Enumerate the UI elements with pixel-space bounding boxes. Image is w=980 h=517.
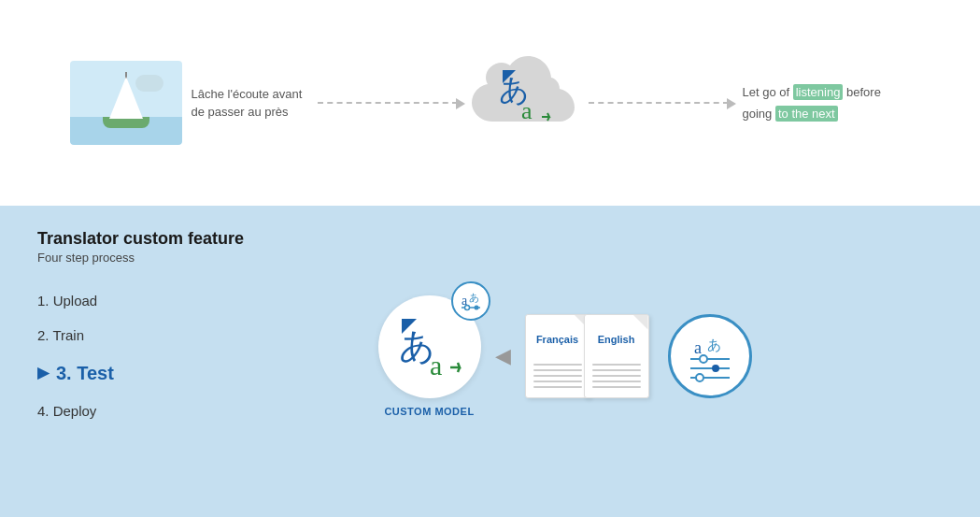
bottom-content: 1. Upload 2. Train 3. Test 4. Deploy a あ — [37, 283, 943, 428]
svg-point-8 — [474, 305, 478, 309]
large-settings-circle: a あ — [668, 314, 752, 398]
docs-group: Français English — [525, 314, 649, 398]
custom-model-wrap: a あ あ a — [378, 295, 481, 417]
svg-point-7 — [464, 305, 469, 309]
top-section: Lâche l'écoute avant de passer au près あ… — [0, 0, 980, 206]
small-settings-circle: a あ — [451, 281, 490, 321]
main-translate-svg: あ a — [394, 311, 464, 381]
small-settings-svg: a あ — [458, 288, 484, 314]
doc-fold-2 — [633, 315, 648, 330]
target-text: Let go of listening before going to the … — [743, 81, 911, 125]
svg-text:a: a — [430, 350, 442, 381]
dotted-line-right — [589, 102, 729, 104]
cloud-translate: あ a — [462, 51, 584, 154]
step-upload: 1. Upload — [37, 283, 187, 318]
doc-english: English — [584, 314, 649, 398]
svg-text:a: a — [521, 97, 533, 123]
boat-illustration — [70, 61, 182, 145]
section-title: Translator custom feature — [37, 229, 943, 249]
dotted-line-left — [318, 102, 458, 104]
step-deploy: 4. Deploy — [37, 394, 187, 428]
bottom-section: Translator custom feature Four step proc… — [0, 206, 980, 517]
svg-point-15 — [700, 355, 707, 363]
svg-text:あ: あ — [707, 337, 721, 352]
svg-point-19 — [696, 374, 703, 381]
step-test: 3. Test — [37, 352, 187, 394]
highlight-next: to the next — [775, 106, 838, 122]
source-text: Lâche l'écoute avant de passer au près — [192, 85, 313, 122]
diagram-area: a あ あ a — [187, 295, 943, 417]
doc1-lines — [526, 345, 589, 395]
highlight-listening: listening — [793, 84, 844, 100]
large-settings-svg: a あ — [683, 329, 737, 383]
top-content: Lâche l'écoute avant de passer au près あ… — [70, 51, 911, 154]
svg-text:あ: あ — [469, 292, 479, 303]
svg-text:a: a — [694, 338, 702, 357]
doc-francais: Français — [525, 314, 590, 398]
doc2-label: English — [598, 334, 635, 345]
arrow-to-model: ◀ — [495, 344, 511, 368]
step-train: 2. Train — [37, 318, 187, 352]
steps-list: 1. Upload 2. Train 3. Test 4. Deploy — [37, 283, 187, 428]
small-cloud-decoration — [135, 75, 163, 92]
doc1-label: Français — [536, 334, 578, 345]
section-subtitle: Four step process — [37, 251, 943, 265]
doc2-lines — [585, 345, 648, 395]
translate-icon-svg: あ a — [495, 63, 551, 123]
svg-point-17 — [712, 365, 719, 372]
custom-model-circle: a あ あ a — [378, 295, 481, 398]
target-text-part1: Let go of — [743, 85, 793, 99]
custom-model-label: CUSTOM MODEL — [384, 406, 474, 417]
